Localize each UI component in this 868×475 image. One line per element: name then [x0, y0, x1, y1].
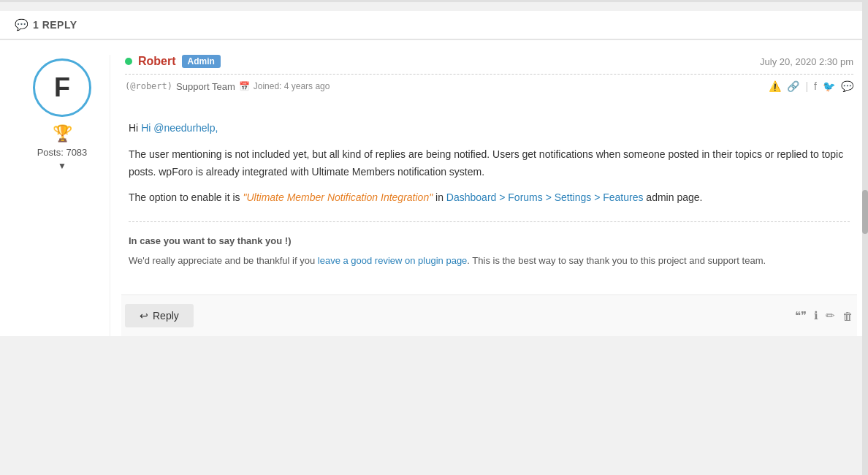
page-wrapper: 💬 1 REPLY F 🏆 Posts: 7083 ▼ Robert Admin… [0, 0, 868, 475]
thankyou-title: In case you want to say thank you !) [129, 233, 850, 249]
quote-icon[interactable]: ❝❞ [795, 309, 807, 322]
thankyou-section: In case you want to say thank you !) We'… [129, 221, 850, 284]
um-notification-link: "Ultimate Member Notification Integratio… [243, 191, 433, 203]
reply-arrow-icon: ↩ [140, 310, 148, 322]
body-paragraph: The user mentioning is not included yet,… [129, 146, 850, 181]
body-link-paragraph: The option to enable it is "Ultimate Mem… [129, 189, 850, 207]
post-footer: ↩ Reply ❝❞ ℹ ✏ 🗑 [121, 294, 857, 336]
post-meta-right: ⚠️ 🔗 | f 🐦 💬 [769, 80, 853, 92]
post-header-left: Robert Admin [125, 55, 221, 68]
dropdown-arrow-icon[interactable]: ▼ [58, 161, 66, 171]
link-icon[interactable]: 🔗 [787, 80, 799, 92]
post-meta-left: (@robert) Support Team 📅 Joined: 4 years… [125, 81, 330, 92]
footer-icons: ❝❞ ℹ ✏ 🗑 [795, 309, 853, 322]
user-handle: (@robert) [125, 81, 172, 91]
alert-icon[interactable]: ⚠️ [769, 80, 781, 92]
body-greeting-prefix: Hi [129, 122, 141, 134]
top-divider [0, 0, 868, 2]
info-icon[interactable]: ℹ [814, 309, 818, 322]
dashboard-nav-link[interactable]: Dashboard > Forums > Settings > Features [446, 191, 644, 203]
posts-label: Posts: 7083 [37, 147, 88, 158]
online-status-dot [125, 58, 132, 65]
mention-needurhelp: Hi @needurhelp, [141, 122, 218, 134]
post-body: Hi Hi @needurhelp, The user mentioning i… [125, 109, 853, 294]
thankyou-suffix: . This is the best way to say thank you … [467, 255, 766, 266]
comment-icon: 💬 [15, 18, 28, 31]
post-username: Robert [138, 55, 176, 68]
thankyou-text: We'd really appreciate and be thankful i… [129, 254, 850, 269]
post-main: Robert Admin July 20, 2020 2:30 pm (@rob… [110, 55, 853, 336]
post-date: July 20, 2020 2:30 pm [760, 56, 853, 67]
reply-button[interactable]: ↩ Reply [125, 304, 194, 327]
review-link[interactable]: leave a good review on plugin page [318, 255, 468, 266]
post-sidebar: F 🏆 Posts: 7083 ▼ [15, 55, 110, 336]
scrollbar-thumb[interactable] [862, 190, 868, 234]
trash-icon[interactable]: 🗑 [842, 310, 853, 322]
post-header: Robert Admin July 20, 2020 2:30 pm [125, 55, 853, 75]
reply-count-bar: 💬 1 REPLY [0, 11, 868, 39]
post-meta: (@robert) Support Team 📅 Joined: 4 years… [125, 80, 853, 98]
thankyou-prefix: We'd really appreciate and be thankful i… [129, 255, 318, 266]
scrollbar[interactable] [862, 0, 868, 475]
body-line3-middle: in [433, 191, 446, 203]
body-line3-suffix: admin page. [643, 191, 702, 203]
support-team-label: Support Team [176, 81, 235, 92]
avatar: F [33, 58, 91, 117]
whatsapp-icon[interactable]: 💬 [841, 80, 853, 92]
admin-badge: Admin [182, 55, 221, 68]
reply-button-label: Reply [153, 310, 179, 322]
edit-icon[interactable]: ✏ [826, 309, 835, 322]
joined-info: Joined: 4 years ago [254, 81, 330, 91]
body-line3-prefix: The option to enable it is [129, 191, 243, 203]
post-container: F 🏆 Posts: 7083 ▼ Robert Admin July 20, … [0, 39, 868, 336]
meta-divider: | [805, 80, 808, 92]
calendar-icon: 📅 [239, 81, 250, 91]
reply-count-label: 1 REPLY [33, 19, 77, 31]
facebook-icon[interactable]: f [814, 80, 817, 92]
twitter-icon[interactable]: 🐦 [823, 80, 835, 92]
trophy-icon: 🏆 [53, 124, 72, 143]
